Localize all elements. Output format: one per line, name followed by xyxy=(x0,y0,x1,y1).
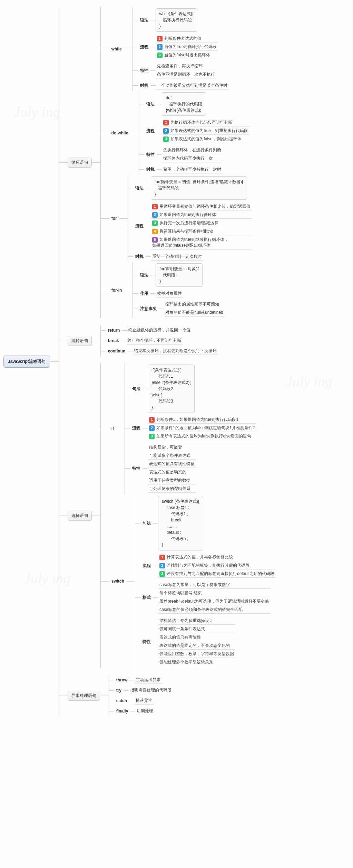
for-flow-1: 用循环变量初始值与循环条件相比较，确定返回值 xyxy=(159,204,251,209)
dowhile-timing-label: 时机 xyxy=(144,166,157,173)
switch-trait-3: 表达式的值只有离散性 xyxy=(158,634,235,641)
for-flow-label: 流程 xyxy=(133,222,146,230)
if-node: if xyxy=(109,425,116,432)
for-flow-2: 如果返回值为true则执行循环体 xyxy=(159,212,216,217)
root-node: JavaScript流程语句 xyxy=(3,356,50,368)
forin-node: for-in xyxy=(109,287,124,294)
switch-trait-5: 仅能应用整数，枚举，字符串等类型数据 xyxy=(158,650,235,658)
switch-syntax-code: switch (条件表达式){ case 标签1 : 代码段1 ; break;… xyxy=(158,496,203,550)
return-node: return xyxy=(106,327,122,334)
forin-note-1: 循环输出的属性顺序不可预知 xyxy=(164,301,224,308)
if-flow-label: 流程 xyxy=(130,424,143,432)
if-syntax-label: 句法 xyxy=(130,385,143,393)
switch-flow-1: 计算表达式的值，并与各标签相比较 xyxy=(167,555,233,559)
dowhile-flow-2: 如果表达式的值为true，则重复执行代码段 xyxy=(170,128,248,133)
try-desc: 指明需要处理的代码段 xyxy=(129,687,173,694)
while-flow-label: 流程 xyxy=(138,43,150,51)
switch-trait-4: 表达式的值是固定的，不会动态变化的 xyxy=(158,642,235,650)
finally-node: finally xyxy=(114,708,130,715)
break-node: break xyxy=(106,337,121,344)
catch-node: catch xyxy=(114,697,129,704)
if-trait-2: 可测试多个条件表达式 xyxy=(148,452,196,460)
if-trait-3: 表达式的值具有线性特征 xyxy=(148,460,196,468)
mindmap-root-container: JavaScript流程语句 循环语句 while 语法while(条件表达式)… xyxy=(3,7,350,716)
switch-trait-label: 特性 xyxy=(140,638,153,646)
switch-format-1: case标签为常量，可以是字符串或数字 xyxy=(158,581,271,589)
dowhile-flow-1: 先执行循环体内代码段再进行判断 xyxy=(170,120,233,125)
switch-syntax-label: 句法 xyxy=(140,519,153,527)
dowhile-flow-label: 流程 xyxy=(144,127,157,135)
finally-desc: 后期处理 xyxy=(135,707,155,715)
if-flow-2: 如果条件1的返回值为false则跳过语句块1并检测条件2 xyxy=(156,425,255,430)
while-node: while xyxy=(109,46,124,53)
if-trait-label: 特性 xyxy=(130,464,143,472)
dowhile-timing: 希望一个动作至少被执行一次时 xyxy=(162,166,223,173)
switch-format-label: 格式 xyxy=(140,594,153,602)
for-flow-3: 执行完一次后进行递增/递减运算 xyxy=(159,220,218,225)
while-trait-2: 条件不满足则循环一次也不执行 xyxy=(156,71,216,78)
switch-flow-label: 流程 xyxy=(140,562,153,570)
try-node: try xyxy=(114,687,124,694)
switch-format-4: case标签的值必须和条件表达式的值完全匹配 xyxy=(158,606,271,614)
dowhile-syntax-code: do{ 循环执行的代码段 }while(条件表达式); xyxy=(162,92,206,116)
select-node: 选择语句 xyxy=(68,511,92,521)
switch-trait-1: 结构简洁，专为多重选择设计 xyxy=(158,617,235,625)
if-trait-4: 表达式的值是动态的 xyxy=(148,469,196,476)
dowhile-node: do-while xyxy=(109,130,130,136)
exception-node: 异常处理语句 xyxy=(68,691,100,701)
while-flow-1: 判断条件表达式的值 xyxy=(164,36,202,41)
for-node: for xyxy=(109,215,119,222)
dowhile-trait-1: 先执行循环体，在进行条件判断 xyxy=(162,147,223,154)
for-timing: 重复一个动作到一定次数时 xyxy=(151,253,203,261)
throw-node: throw xyxy=(114,677,130,683)
for-flow-5: 如果返回值为true则继续执行循环体， 如果返回值为false则退出循环体 xyxy=(152,237,229,248)
while-flow-list: 1判断条件表达式的值 2当值为true时循环执行代码段 3当值为false时退出… xyxy=(156,35,218,59)
switch-flow-2: 若找到与之匹配的标签，则执行其后的代码段 xyxy=(167,563,249,568)
while-trait-label: 特性 xyxy=(138,67,150,75)
if-trait-1: 结构复杂，可嵌套 xyxy=(148,444,196,451)
forin-role-label: 作用 xyxy=(138,290,150,298)
switch-format-3: 虽然break与default为可选项，但为了逻辑清晰最好不要省略 xyxy=(158,598,271,605)
return-desc: 终止函数体的运行，并返回一个值 xyxy=(127,327,192,334)
for-timing-label: 时机 xyxy=(133,253,146,261)
while-trait-1: 先检查条件，再执行循环 xyxy=(156,63,216,70)
switch-node: switch xyxy=(109,578,126,585)
for-flow-4: 将运算结果与循环条件相比较 xyxy=(159,229,213,234)
forin-role: 枚举对象属性 xyxy=(156,290,183,298)
forin-syntax-code: for(声明变量 in 对象){ 代码段 } xyxy=(156,263,203,287)
switch-flow-3: 若没有找到与之匹配的标签则直接执行default之后的代码段 xyxy=(167,571,274,576)
forin-syntax-label: 语法 xyxy=(138,271,150,279)
if-flow-3: 如果所有表达式的值均为false则执行else后面的语句 xyxy=(156,434,251,438)
jump-node: 跳转语句 xyxy=(68,336,92,346)
while-trait-list: 先检查条件，再执行循环 条件不满足则循环一次也不执行 xyxy=(156,62,216,79)
while-syntax-code: while(条件表达式){ 循环执行代码段 } xyxy=(156,8,197,32)
throw-desc: 主动抛出异常 xyxy=(135,676,162,684)
for-syntax-label: 语法 xyxy=(133,184,146,192)
dowhile-trait-2: 循环体内代码至少执行一次 xyxy=(162,155,223,162)
catch-desc: 捕获异常 xyxy=(134,697,154,705)
while-syntax-label: 语法 xyxy=(138,16,150,24)
continue-desc: 结束本次循环，接着去判断是否执行下次循环 xyxy=(133,347,218,355)
while-timing: 一个动作被重复执行到满足某个条件时 xyxy=(156,82,229,89)
while-flow-2: 当值为true时循环执行代码段 xyxy=(164,44,217,49)
forin-notes-label: 注意事项 xyxy=(138,305,159,313)
loop-node: 循环语句 xyxy=(68,158,92,168)
if-trait-5: 适用于任意类型的数据 xyxy=(148,477,196,484)
switch-trait-2: 仅可测试一条条件表达式 xyxy=(158,625,235,633)
dowhile-trait-label: 特性 xyxy=(144,151,157,159)
forin-note-2: 对象的值不能是null或undefined xyxy=(164,309,224,317)
if-syntax-code: if(条件表达式1){ 代码段1 }else if(条件表达式2){ 代码段2 … xyxy=(148,365,195,413)
continue-node: continue xyxy=(106,348,127,355)
dowhile-syntax-label: 语法 xyxy=(144,100,157,108)
dowhile-flow-3: 如果表达式的值为false，则推出循环体 xyxy=(170,136,241,141)
while-timing-label: 时机 xyxy=(138,82,150,89)
while-flow-3: 当值为false时退出循环体 xyxy=(164,53,210,57)
if-flow-1: 判断条件1，如果返回值为true则执行代码段1 xyxy=(156,417,238,422)
switch-format-2: 每个标签均以冒号:结束 xyxy=(158,589,271,597)
break-desc: 终止整个循环，不再进行判断 xyxy=(126,337,183,345)
if-trait-6: 可处理复杂的逻辑关系 xyxy=(148,485,196,493)
switch-trait-6: 仅能处理多个枚举型逻辑关系 xyxy=(158,659,235,666)
for-syntax-code: for(循环变量 = 初值; 循环条件;递增/递减计数器){ 循环代码段 } xyxy=(151,176,247,200)
